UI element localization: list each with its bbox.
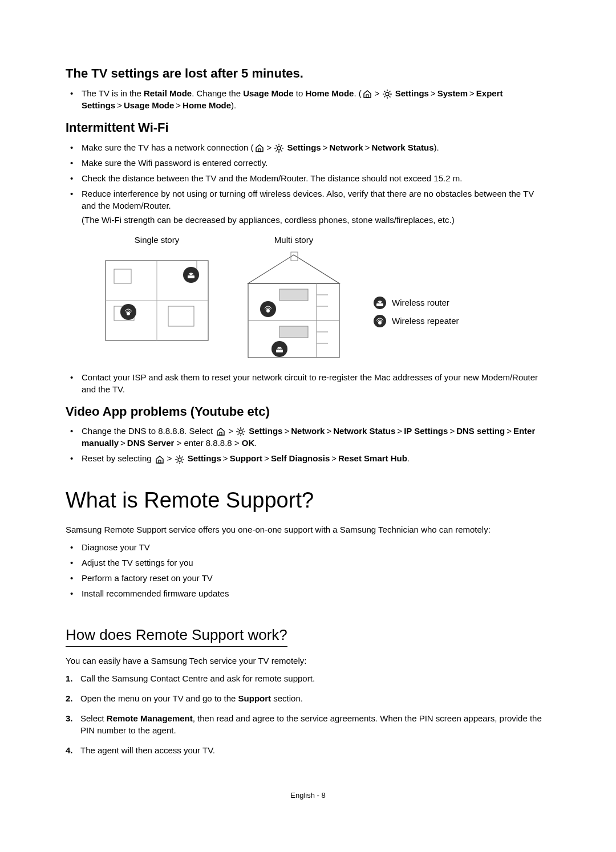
list-item: Adjust the TV settings for you <box>76 557 550 569</box>
home-icon <box>362 89 372 99</box>
list-item: The TV is in the Retail Mode. Change the… <box>76 87 550 111</box>
page-title: What is Remote Support? <box>66 485 550 516</box>
list-item: Contact your ISP and ask them to reset y… <box>76 371 550 395</box>
diagram-label: Single story <box>135 234 179 246</box>
bullet-list: Change the DNS to 8.8.8.8. Select > Sett… <box>66 425 550 464</box>
list-item: Install recommended firmware updates <box>76 587 550 599</box>
svg-rect-17 <box>168 306 194 326</box>
section-intermittent-wifi: Intermittent Wi-Fi Make sure the TV has … <box>66 119 550 395</box>
heading: The TV settings are lost after 5 minutes… <box>66 65 550 83</box>
bullet-list: Contact your ISP and ask them to reset y… <box>66 371 550 395</box>
intro-text: You can easily have a Samsung Tech servi… <box>66 655 550 667</box>
step-item: The agent will then access your TV. <box>66 744 550 756</box>
list-item: Perform a factory reset on your TV <box>76 572 550 584</box>
home-icon <box>216 427 226 437</box>
list-item: Diagnose your TV <box>76 541 550 553</box>
intro-text: Samsung Remote Support service offers yo… <box>66 524 550 535</box>
bullet-list: The TV is in the Retail Mode. Change the… <box>66 87 550 111</box>
repeater-icon <box>374 315 386 327</box>
list-item: Change the DNS to 8.8.8.8. Select > Sett… <box>76 425 550 449</box>
list-item: Reset by selecting > Settings>Support>Se… <box>76 452 550 464</box>
svg-rect-24 <box>279 326 308 338</box>
gear-icon <box>382 89 392 99</box>
diagram-single-story: Single story <box>100 234 214 346</box>
gear-icon <box>274 143 284 153</box>
house-multi-story-illustration <box>237 249 351 363</box>
list-item: Make sure the Wifi password is entered c… <box>76 157 550 169</box>
step-item: Call the Samsung Contact Centre and ask … <box>66 672 550 684</box>
diagram-multi-story: Multi story <box>237 234 351 363</box>
legend-label: Wireless repeater <box>392 315 459 327</box>
list-item: Check the distance between the TV and th… <box>76 172 550 184</box>
bullet-list: Make sure the TV has a network connectio… <box>66 141 550 226</box>
diagram-label: Multi story <box>274 234 313 246</box>
steps-list: Call the Samsung Contact Centre and ask … <box>66 672 550 756</box>
svg-rect-15 <box>114 269 131 283</box>
step-item: Open the menu on your TV and go to the S… <box>66 692 550 704</box>
step-item: Select Remote Management, then read and … <box>66 712 550 736</box>
svg-rect-23 <box>279 289 308 301</box>
bullet-list: Diagnose your TV Adjust the TV settings … <box>66 541 550 599</box>
svg-point-18 <box>183 267 199 283</box>
legend-label: Wireless router <box>392 297 449 309</box>
heading: Video App problems (Youtube etc) <box>66 403 550 421</box>
legend-row: Wireless router <box>374 297 459 309</box>
section-tv-settings-lost: The TV settings are lost after 5 minutes… <box>66 65 550 111</box>
note: (The Wi-Fi strength can be decreased by … <box>82 214 550 226</box>
home-icon <box>254 143 265 153</box>
page-footer: English - 8 <box>66 790 550 801</box>
house-single-story-illustration <box>100 249 214 346</box>
heading: Intermittent Wi-Fi <box>66 119 550 137</box>
subheading: How does Remote Support work? <box>66 624 287 647</box>
legend-row: Wireless repeater <box>374 315 459 327</box>
section-video-app-problems: Video App problems (Youtube etc) Change … <box>66 403 550 465</box>
list-item: Reduce interference by not using or turn… <box>76 188 550 226</box>
gear-icon <box>175 455 185 465</box>
diagram-row: Single story Multi story <box>100 234 550 363</box>
router-icon <box>374 297 386 309</box>
svg-point-32 <box>271 341 287 357</box>
home-icon <box>155 455 165 465</box>
svg-marker-20 <box>248 255 339 283</box>
legend: Wireless router Wireless repeater <box>374 297 459 327</box>
gear-icon <box>236 427 246 437</box>
list-item: Make sure the TV has a network connectio… <box>76 141 550 153</box>
